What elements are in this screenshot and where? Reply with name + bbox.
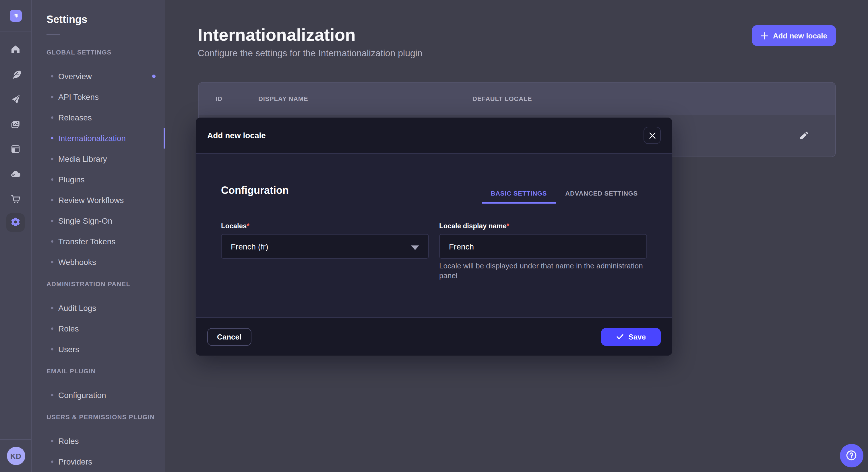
- app-root: KD Settings GLOBAL SETTINGS Overview API…: [0, 0, 868, 472]
- locales-field: Locales* French (fr): [221, 222, 429, 280]
- close-icon: [649, 132, 655, 138]
- display-name-field: Locale display name* Locale will be disp…: [439, 222, 647, 280]
- modal-footer: Cancel Save: [196, 317, 672, 356]
- settings-tabs: BASIC SETTINGS ADVANCED SETTINGS: [482, 190, 647, 205]
- check-icon: [616, 333, 624, 341]
- save-button[interactable]: Save: [601, 328, 661, 345]
- required-asterisk: *: [507, 222, 509, 230]
- close-modal-button[interactable]: [644, 127, 661, 144]
- locales-label: Locales*: [221, 222, 429, 231]
- cancel-button[interactable]: Cancel: [207, 328, 251, 345]
- modal-section-title: Configuration: [221, 183, 289, 197]
- tab-advanced-settings[interactable]: ADVANCED SETTINGS: [556, 190, 647, 205]
- active-tab-indicator: [482, 202, 556, 204]
- locales-select[interactable]: French (fr): [221, 234, 429, 259]
- modal-header: Add new locale: [196, 117, 672, 154]
- modal-body: Configuration BASIC SETTINGS ADVANCED SE…: [196, 154, 672, 317]
- chevron-down-icon: [411, 245, 419, 250]
- tabs-divider: [221, 205, 647, 205]
- required-asterisk: *: [247, 222, 249, 230]
- display-name-hint: Locale will be displayed under that name…: [439, 261, 647, 280]
- display-name-label: Locale display name*: [439, 222, 647, 231]
- add-locale-modal: Add new locale Configuration BASIC SETTI…: [196, 117, 672, 356]
- tab-basic-settings[interactable]: BASIC SETTINGS: [482, 190, 556, 205]
- display-name-input[interactable]: [439, 234, 647, 259]
- modal-title: Add new locale: [207, 131, 266, 140]
